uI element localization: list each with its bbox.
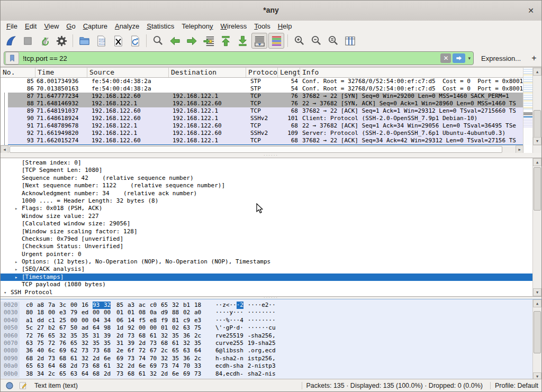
hex-byte[interactable]: 18 xyxy=(194,302,205,309)
expander-icon[interactable]: ▸ xyxy=(15,274,22,281)
filter-history-dropdown[interactable]: ▾ xyxy=(467,56,473,61)
hex-row-0060[interactable]: 006072766532353531392d7368613235362crve2… xyxy=(1,332,532,340)
ascii-char[interactable]: u xyxy=(219,340,223,347)
hex-byte[interactable]: 65 xyxy=(70,340,82,347)
ascii-char[interactable]: · xyxy=(233,317,237,324)
ascii-char[interactable]: r xyxy=(222,340,226,347)
menu-edit[interactable]: Edit xyxy=(21,22,40,31)
hex-byte[interactable]: 61 xyxy=(172,340,183,347)
ascii-char[interactable]: 2 xyxy=(258,370,262,378)
ascii-char[interactable]: p xyxy=(258,355,262,362)
hex-byte[interactable]: 35 xyxy=(93,340,104,347)
hex-row-0070[interactable]: 0070637572766532353531392d7368613235curv… xyxy=(1,340,532,347)
hex-byte[interactable]: 36 xyxy=(183,355,194,362)
ascii-char[interactable]: 4 xyxy=(240,317,243,324)
hex-byte[interactable]: 65 xyxy=(172,347,183,354)
hex-byte[interactable]: 6e xyxy=(172,370,183,378)
packet-row-89[interactable]: 8971.648191037192.168.122.60192.168.122.… xyxy=(1,107,523,115)
hex-byte[interactable]: 69 xyxy=(183,370,194,378)
menu-capture[interactable]: Capture xyxy=(79,22,111,31)
ascii-char[interactable]: z xyxy=(222,302,226,309)
ascii-char[interactable]: · xyxy=(219,317,223,324)
menu-analyze[interactable]: Analyze xyxy=(111,22,143,31)
auto-scroll-button[interactable] xyxy=(251,33,267,49)
ascii-char[interactable]: · xyxy=(255,302,258,309)
colorize-packets-button[interactable] xyxy=(268,33,284,49)
column-header-source[interactable]: Source xyxy=(87,68,169,77)
detail-line-4[interactable]: Acknowledgment number: 34 (relative ack … xyxy=(1,190,532,197)
ascii-char[interactable]: u xyxy=(272,324,276,332)
hex-row-0080[interactable]: 008036406c69627373682e6f72672c6563646@li… xyxy=(1,347,532,354)
ascii-char[interactable]: · xyxy=(255,309,258,316)
ascii-char[interactable]: r xyxy=(215,332,219,340)
ascii-char[interactable]: h xyxy=(237,370,240,378)
ascii-char[interactable]: s xyxy=(248,370,251,378)
packet-list-vscrollbar[interactable]: ▲ ▼ xyxy=(532,68,541,145)
hex-byte[interactable]: 70 xyxy=(183,362,194,370)
hex-byte[interactable]: 27 xyxy=(37,324,48,332)
hex-byte[interactable]: 68 xyxy=(139,332,150,340)
hex-byte[interactable]: 73 xyxy=(128,332,139,340)
ascii-char[interactable]: ' xyxy=(219,324,223,332)
hex-byte[interactable]: 65 xyxy=(26,362,37,370)
hex-byte[interactable]: 50 xyxy=(70,324,82,332)
ascii-char[interactable]: · xyxy=(237,302,240,309)
ascii-char[interactable]: 5 xyxy=(237,340,240,347)
scroll-right-arrow[interactable]: ▶ xyxy=(516,145,523,153)
ascii-char[interactable]: · xyxy=(268,317,272,324)
hex-byte[interactable]: 75 xyxy=(194,324,205,332)
ascii-char[interactable]: y xyxy=(229,309,233,316)
scrollbar-thumb[interactable] xyxy=(534,167,541,211)
hex-byte[interactable]: 61 xyxy=(150,332,161,340)
ascii-char[interactable]: · xyxy=(265,317,269,324)
ascii-char[interactable]: · xyxy=(258,324,262,332)
packet-row-93[interactable]: 9371.662015274192.168.122.60192.168.122.… xyxy=(1,137,523,144)
ascii-char[interactable]: , xyxy=(272,355,276,362)
hex-byte[interactable]: 36 xyxy=(26,347,37,354)
hex-byte[interactable]: b1 xyxy=(183,302,194,309)
hex-byte[interactable]: 35 xyxy=(172,355,183,362)
ascii-char[interactable]: · xyxy=(261,324,265,332)
hex-byte[interactable]: 63 xyxy=(37,362,48,370)
ascii-char[interactable]: 9 xyxy=(240,332,243,340)
ascii-char[interactable]: · xyxy=(258,302,262,309)
hex-byte[interactable]: 2e xyxy=(116,347,128,354)
ascii-char[interactable]: < xyxy=(226,302,230,309)
ascii-char[interactable]: 5 xyxy=(265,355,269,362)
hex-byte[interactable]: 64 xyxy=(48,362,59,370)
hex-byte[interactable]: 61 xyxy=(104,362,111,370)
ascii-char[interactable]: c xyxy=(219,362,223,370)
hex-byte[interactable]: 68 xyxy=(59,362,70,370)
detail-line-1[interactable]: [TCP Segment Len: 1080] xyxy=(1,167,532,174)
packet-row-92[interactable]: 9271.661949820192.168.122.1192.168.122.6… xyxy=(1,130,523,137)
hex-byte[interactable]: 2d xyxy=(116,332,128,340)
ascii-char[interactable]: · xyxy=(215,317,219,324)
save-file-button[interactable]: 010101100111 xyxy=(93,33,109,49)
ascii-char[interactable]: 6 xyxy=(268,332,272,340)
hex-byte[interactable]: 74 xyxy=(139,355,150,362)
column-header-destination[interactable]: Destination xyxy=(169,68,246,77)
menu-go[interactable]: Go xyxy=(62,22,79,31)
hex-byte[interactable]: 63 xyxy=(26,340,37,347)
hex-byte[interactable]: 2d xyxy=(128,362,139,370)
ascii-char[interactable]: · xyxy=(251,317,255,324)
hex-byte[interactable]: c0 xyxy=(150,302,161,309)
stop-capture-button[interactable] xyxy=(20,33,35,49)
hex-byte[interactable]: 68 xyxy=(128,370,139,378)
ascii-char[interactable]: 2 xyxy=(240,302,243,309)
hex-byte[interactable]: 2c xyxy=(194,332,205,340)
ascii-char[interactable]: \ xyxy=(215,324,219,332)
ascii-char[interactable]: 2 xyxy=(261,355,265,362)
ascii-char[interactable]: s xyxy=(233,362,237,370)
ascii-char[interactable]: s xyxy=(237,347,240,354)
close-file-button[interactable] xyxy=(110,33,126,49)
hex-byte[interactable]: 2c xyxy=(48,370,59,378)
hex-row-00a0[interactable]: 00a0656364682d736861322d6e6973747033ecdh… xyxy=(1,362,532,370)
ascii-char[interactable]: · xyxy=(261,317,265,324)
hex-byte[interactable]: 64 xyxy=(93,324,104,332)
ascii-char[interactable]: d xyxy=(272,347,276,354)
hex-byte[interactable]: 2d xyxy=(70,362,82,370)
hex-byte[interactable]: 35 xyxy=(172,332,183,340)
hex-byte[interactable]: 32 xyxy=(172,302,183,309)
hex-byte[interactable]: 1d xyxy=(116,324,128,332)
